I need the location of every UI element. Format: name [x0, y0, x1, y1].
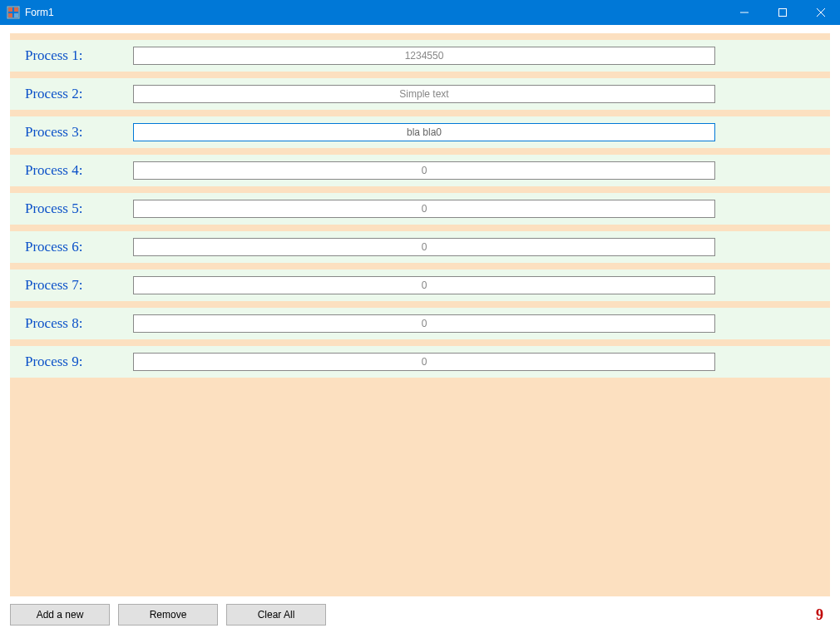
window-title: Form1 — [25, 7, 54, 18]
process-label: Process 1: — [25, 47, 133, 64]
process-row: Process 3: — [10, 116, 830, 148]
process-label: Process 2: — [25, 86, 133, 102]
process-label: Process 4: — [25, 162, 133, 179]
process-label: Process 6: — [25, 239, 133, 255]
client-area: Process 1:Process 2:Process 3:Process 4:… — [0, 25, 840, 633]
process-row: Process 9: — [10, 346, 830, 378]
maximize-button[interactable] — [763, 0, 802, 25]
process-input[interactable] — [133, 314, 715, 333]
process-input[interactable] — [133, 161, 715, 180]
process-input[interactable] — [133, 47, 715, 65]
close-button[interactable] — [802, 0, 840, 25]
svg-rect-6 — [779, 9, 787, 17]
process-list: Process 1:Process 2:Process 3:Process 4:… — [10, 33, 830, 596]
process-row: Process 4: — [10, 155, 830, 186]
add-button[interactable]: Add a new — [10, 604, 110, 626]
title-bar: Form1 — [0, 0, 840, 25]
process-label: Process 8: — [25, 315, 133, 332]
process-counter: 9 — [816, 606, 830, 624]
process-row: Process 1: — [10, 40, 830, 72]
process-input[interactable] — [133, 200, 715, 218]
process-input[interactable] — [133, 276, 715, 294]
process-input[interactable] — [133, 353, 715, 371]
process-input[interactable] — [133, 238, 715, 256]
process-row: Process 6: — [10, 231, 830, 263]
process-row: Process 7: — [10, 270, 830, 301]
remove-button[interactable]: Remove — [118, 604, 218, 626]
svg-rect-4 — [14, 13, 18, 17]
process-row: Process 8: — [10, 308, 830, 339]
svg-rect-2 — [14, 7, 18, 12]
process-label: Process 9: — [25, 354, 133, 370]
minimize-button[interactable] — [725, 0, 763, 25]
svg-rect-1 — [8, 7, 12, 12]
process-input[interactable] — [133, 85, 715, 103]
svg-rect-3 — [8, 13, 12, 17]
bottom-bar: Add a new Remove Clear All 9 — [10, 596, 830, 626]
app-icon — [7, 6, 20, 19]
process-label: Process 5: — [25, 200, 133, 217]
clear-all-button[interactable]: Clear All — [226, 604, 326, 626]
process-row: Process 2: — [10, 78, 830, 110]
process-label: Process 3: — [25, 124, 133, 141]
process-label: Process 7: — [25, 277, 133, 294]
process-input[interactable] — [133, 123, 715, 141]
process-row: Process 5: — [10, 193, 830, 225]
